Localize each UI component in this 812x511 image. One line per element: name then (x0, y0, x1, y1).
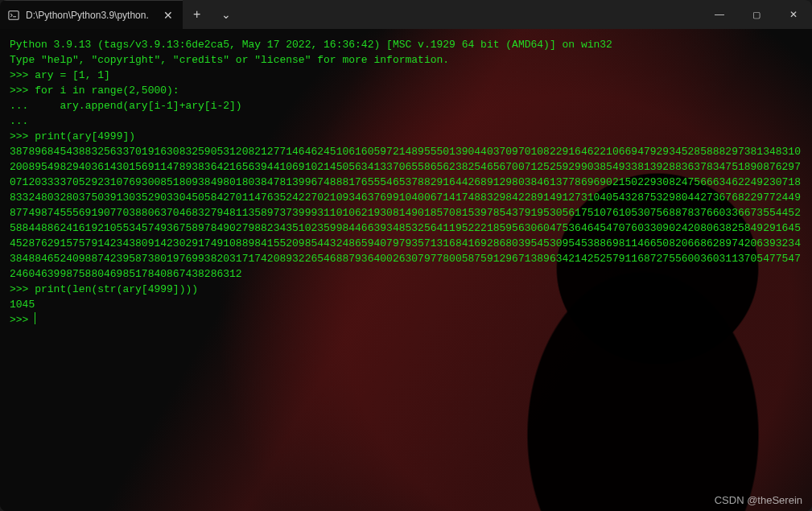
tab-close-button[interactable]: ✕ (162, 8, 175, 23)
maximize-button[interactable]: ▢ (738, 0, 775, 29)
repl-input: for i in range(2,5000): (35, 84, 179, 97)
chevron-down-icon: ⌄ (221, 8, 231, 21)
banner-line: Python 3.9.13 (tags/v3.9.13:6de2ca5, May… (10, 39, 612, 51)
prompt: >>> (10, 84, 35, 97)
repl-input: ary = [1, 1] (35, 69, 110, 81)
banner-line: Type "help", "copyright", "credits" or "… (10, 54, 449, 66)
prompt: >>> (10, 314, 35, 326)
terminal-body: Python 3.9.13 (tags/v3.9.13:6de2ca5, May… (0, 29, 812, 511)
scrollbar-vertical[interactable] (806, 29, 811, 511)
tab-title: D:\Python\Python3.9\python. (26, 10, 149, 21)
prompt: >>> (10, 130, 35, 142)
repl-input: print(len(str(ary[4999]))) (35, 283, 198, 295)
repl-output: 3878968454388325633701916308325905312082… (10, 146, 801, 280)
new-tab-button[interactable]: + (183, 0, 212, 29)
terminal-output[interactable]: Python 3.9.13 (tags/v3.9.13:6de2ca5, May… (0, 29, 812, 511)
watermark: CSDN @theSerein (715, 494, 802, 506)
prompt-continuation: ... (10, 115, 35, 127)
prompt: >>> (10, 69, 35, 81)
plus-icon: + (193, 7, 200, 22)
repl-output: 1045 (10, 299, 35, 311)
titlebar: D:\Python\Python3.9\python. ✕ + ⌄ — ▢ ✕ (0, 0, 812, 29)
text-cursor (35, 312, 35, 324)
window-controls: — ▢ ✕ (701, 0, 812, 29)
tab-active[interactable]: D:\Python\Python3.9\python. ✕ (0, 0, 183, 29)
prompt-continuation: ... (10, 100, 35, 112)
svg-rect-0 (9, 10, 19, 19)
minimize-button[interactable]: — (701, 0, 738, 29)
prompt: >>> (10, 283, 35, 295)
terminal-window: D:\Python\Python3.9\python. ✕ + ⌄ — ▢ ✕ … (0, 0, 812, 511)
close-button[interactable]: ✕ (775, 0, 812, 29)
close-icon: ✕ (789, 9, 798, 20)
tab-dropdown-button[interactable]: ⌄ (212, 0, 241, 29)
terminal-icon (8, 10, 19, 21)
repl-input: ary.append(ary[i-1]+ary[i-2]) (35, 100, 241, 112)
repl-input: print(ary[4999]) (35, 130, 135, 142)
minimize-icon: — (715, 9, 724, 20)
maximize-icon: ▢ (752, 10, 760, 20)
titlebar-drag-region[interactable] (241, 0, 701, 29)
